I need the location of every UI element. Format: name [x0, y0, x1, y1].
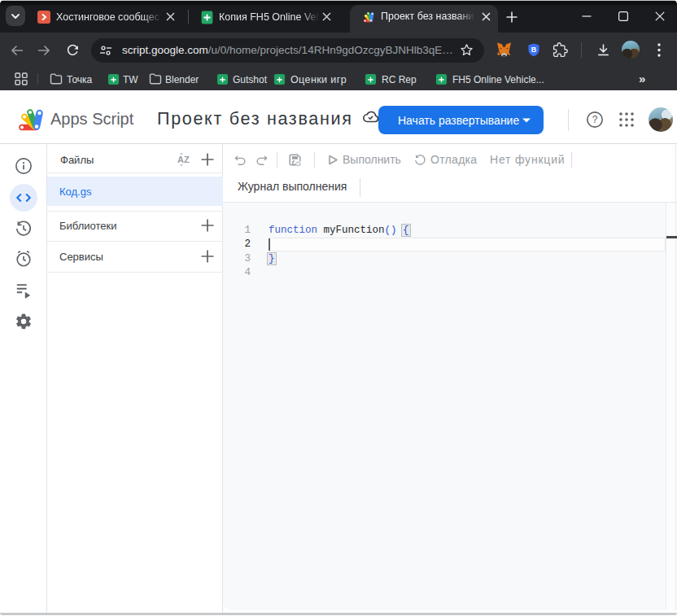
- svg-text:?: ?: [592, 114, 598, 125]
- svg-text:AZ: AZ: [177, 155, 190, 164]
- svg-text:B: B: [531, 46, 537, 54]
